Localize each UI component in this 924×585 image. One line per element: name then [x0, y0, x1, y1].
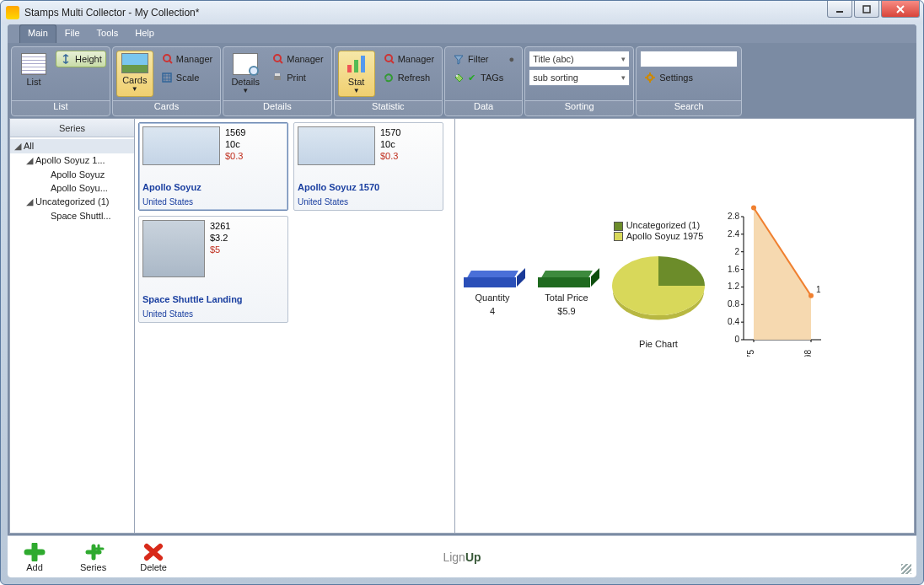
sort-combo-1[interactable]: sub sorting▾ [529, 69, 630, 86]
svg-line-8 [280, 61, 282, 63]
group-sorting: Sorting [525, 100, 633, 115]
stamp-thumb [142, 126, 220, 165]
minimize-button[interactable] [827, 1, 852, 18]
svg-text:1.6: 1.6 [728, 265, 739, 274]
group-search: Search [637, 100, 741, 115]
quantity-value: 4 [490, 306, 495, 316]
group-cards: Cards [113, 100, 220, 115]
search-input[interactable] [640, 51, 738, 67]
menu-help[interactable]: Help [126, 24, 163, 43]
svg-text:0.4: 0.4 [728, 317, 739, 326]
card[interactable]: 156910c$0.3Apollo SoyuzUnited States [138, 122, 288, 211]
delete-button[interactable]: Delete [140, 542, 167, 572]
total-icon [538, 271, 595, 289]
add-button[interactable]: Add [23, 542, 46, 572]
resize-grip[interactable] [901, 564, 911, 574]
pie-chart [612, 256, 705, 315]
pie-label: Pie Chart [639, 339, 678, 349]
maximize-button[interactable] [854, 1, 879, 18]
card[interactable]: 157010c$0.3Apollo Soyuz 1570United State… [293, 122, 443, 211]
logo: LignUp [443, 550, 481, 564]
svg-text:0.8: 0.8 [728, 299, 739, 309]
manager-button[interactable]: Manager [157, 51, 217, 67]
app-icon [6, 6, 19, 19]
refresh-button[interactable]: Refresh [379, 69, 438, 86]
svg-text:1: 1 [816, 285, 821, 294]
tags-button[interactable]: ✔TAGs [449, 69, 518, 86]
legend-1: Apollo Soyuz 1975 [626, 231, 704, 241]
sort-combo-0[interactable]: Title (abc)▾ [529, 51, 630, 67]
svg-point-16 [456, 75, 458, 77]
print-button[interactable]: Print [267, 69, 327, 86]
menu-main[interactable]: Main [19, 24, 56, 43]
svg-point-7 [274, 55, 281, 62]
group-details: Details [223, 100, 330, 115]
tree-node[interactable]: ◢All [10, 139, 134, 153]
details-button[interactable]: Details▼ [227, 51, 264, 97]
tree-node[interactable]: ◢Uncategorized (1) [10, 195, 134, 209]
svg-rect-12 [354, 60, 358, 72]
settings-button[interactable]: Settings [640, 69, 738, 86]
svg-line-5 [169, 61, 172, 63]
group-statistic: Statistic [335, 100, 442, 115]
stat-button[interactable]: Stat▼ [338, 51, 375, 97]
list-button[interactable]: List [15, 51, 52, 97]
window-title: Stamps Multi Collector - My Collection* [24, 7, 199, 19]
card-title: Space Shuttle Landing [142, 294, 284, 304]
close-button[interactable] [881, 1, 920, 18]
group-list: List [12, 100, 110, 115]
manager-button[interactable]: Manager [379, 51, 438, 67]
tree-node[interactable]: Apollo Soyuz [10, 168, 134, 181]
svg-point-17 [647, 75, 653, 80]
card-country: United States [142, 309, 284, 319]
svg-point-14 [385, 55, 392, 62]
svg-rect-6 [163, 73, 171, 82]
svg-rect-1 [863, 6, 870, 13]
svg-point-4 [164, 55, 170, 62]
card-country: United States [142, 197, 284, 207]
total-label: Total Price [545, 292, 588, 303]
series-button[interactable]: Series [80, 542, 106, 572]
card-title: Apollo Soyuz [142, 182, 284, 192]
svg-text:1975: 1975 [746, 350, 755, 357]
sidebar-header: Series [10, 119, 134, 137]
stamp-thumb [298, 126, 375, 165]
quantity-icon [464, 271, 521, 289]
svg-marker-36 [754, 208, 811, 340]
line-chart: 00.40.81.21.622.42.83197511998 [722, 205, 831, 357]
svg-rect-9 [274, 76, 281, 80]
svg-line-15 [391, 61, 394, 63]
quantity-label: Quantity [475, 292, 510, 303]
card[interactable]: 3261$3.2$5Space Shuttle LandingUnited St… [138, 216, 288, 323]
group-data: Data [445, 100, 522, 115]
tree-node[interactable]: Apollo Soyu... [10, 181, 134, 195]
svg-point-38 [751, 206, 756, 211]
svg-point-42 [808, 293, 814, 298]
height-button[interactable]: Height [56, 51, 106, 67]
cards-button[interactable]: Cards▼ [116, 51, 153, 97]
scale-button[interactable]: Scale [157, 69, 217, 86]
total-value: $5.9 [557, 306, 575, 316]
filter-button[interactable]: Filter● [449, 51, 518, 67]
svg-rect-11 [347, 65, 352, 72]
card-title: Apollo Soyuz 1570 [298, 182, 439, 192]
svg-text:2.8: 2.8 [728, 212, 739, 221]
svg-text:2: 2 [734, 247, 739, 256]
svg-text:2.4: 2.4 [728, 229, 739, 239]
menu-file[interactable]: File [56, 24, 89, 43]
tree-node[interactable]: Space Shuttl... [10, 209, 134, 223]
legend-0: Uncategorized (1) [626, 220, 700, 230]
tree-node[interactable]: ◢Apollo Soyuz 1... [10, 153, 134, 168]
menu-tools[interactable]: Tools [89, 24, 127, 43]
svg-text:1998: 1998 [803, 350, 813, 357]
manager-button[interactable]: Manager [267, 51, 327, 67]
svg-text:1.2: 1.2 [728, 282, 739, 291]
svg-text:3: 3 [759, 205, 764, 207]
svg-rect-13 [361, 56, 365, 72]
card-country: United States [298, 197, 439, 207]
svg-rect-10 [275, 73, 280, 76]
stamp-thumb [142, 220, 205, 277]
svg-text:0: 0 [734, 335, 739, 344]
